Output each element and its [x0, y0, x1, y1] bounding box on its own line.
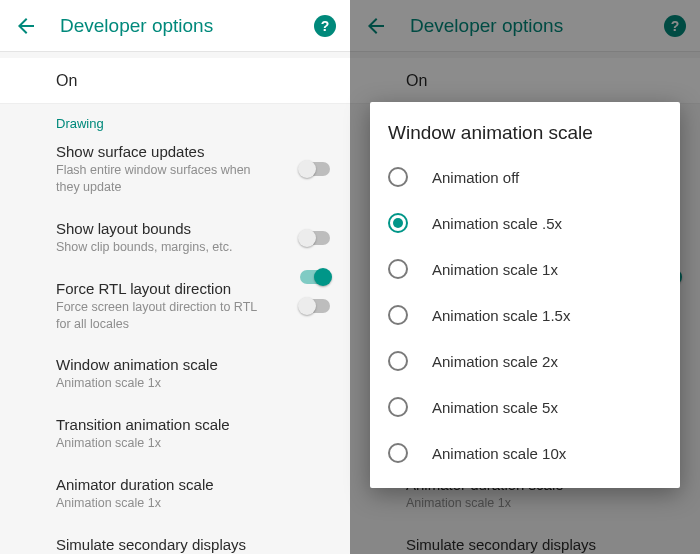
settings-item-subtitle: Show clip bounds, margins, etc.: [56, 239, 332, 256]
radio-option[interactable]: Animation scale 10x: [388, 430, 668, 476]
settings-item-title: Show layout bounds: [56, 220, 332, 237]
settings-item-title: Force RTL layout direction: [56, 280, 332, 297]
settings-screen-left: Developer options ? On Drawing Show surf…: [0, 0, 350, 554]
radio-label: Animation scale 2x: [432, 353, 558, 370]
radio-icon: [388, 305, 408, 325]
master-toggle-row[interactable]: On: [0, 58, 350, 104]
settings-item[interactable]: Window animation scaleAnimation scale 1x: [0, 344, 350, 404]
settings-item[interactable]: Transition animation scaleAnimation scal…: [0, 404, 350, 464]
item-toggle[interactable]: [298, 228, 332, 248]
radio-label: Animation scale 10x: [432, 445, 566, 462]
help-icon[interactable]: ?: [314, 15, 336, 37]
radio-label: Animation scale 5x: [432, 399, 558, 416]
settings-item-title: Show surface updates: [56, 143, 332, 160]
radio-icon: [388, 351, 408, 371]
page-title: Developer options: [60, 15, 314, 37]
radio-icon: [388, 259, 408, 279]
settings-item-title: Simulate secondary displays: [56, 536, 332, 553]
radio-icon: [388, 167, 408, 187]
radio-option[interactable]: Animation scale 5x: [388, 384, 668, 430]
settings-item[interactable]: Show surface updatesFlash entire window …: [0, 131, 350, 208]
settings-item[interactable]: Animator duration scaleAnimation scale 1…: [0, 464, 350, 524]
back-arrow-icon[interactable]: [14, 14, 38, 38]
settings-item[interactable]: Force RTL layout directionForce screen l…: [0, 268, 350, 345]
master-toggle-label: On: [56, 72, 332, 90]
radio-icon: [388, 213, 408, 233]
item-toggle[interactable]: [298, 296, 332, 316]
radio-option[interactable]: Animation scale 2x: [388, 338, 668, 384]
radio-option[interactable]: Animation off: [388, 154, 668, 200]
settings-item-title: Window animation scale: [56, 356, 332, 373]
settings-item-title: Transition animation scale: [56, 416, 332, 433]
radio-label: Animation scale .5x: [432, 215, 562, 232]
item-toggle[interactable]: [298, 159, 332, 179]
radio-label: Animation scale 1x: [432, 261, 558, 278]
radio-icon: [388, 397, 408, 417]
settings-item[interactable]: Simulate secondary displaysNone: [0, 524, 350, 554]
radio-label: Animation off: [432, 169, 519, 186]
animation-scale-dialog: Window animation scale Animation offAnim…: [370, 102, 680, 488]
radio-option[interactable]: Animation scale 1x: [388, 246, 668, 292]
settings-item-subtitle: Force screen layout direction to RTL for…: [56, 299, 332, 333]
settings-item-subtitle: Flash entire window surfaces when they u…: [56, 162, 332, 196]
radio-icon: [388, 443, 408, 463]
app-bar: Developer options ?: [0, 0, 350, 52]
settings-item-subtitle: Animation scale 1x: [56, 495, 332, 512]
radio-label: Animation scale 1.5x: [432, 307, 570, 324]
section-header-drawing: Drawing: [0, 104, 350, 131]
radio-option[interactable]: Animation scale 1.5x: [388, 292, 668, 338]
dialog-title: Window animation scale: [388, 122, 668, 144]
settings-item-subtitle: Animation scale 1x: [56, 435, 332, 452]
settings-item-title: Animator duration scale: [56, 476, 332, 493]
radio-option[interactable]: Animation scale .5x: [388, 200, 668, 246]
settings-item-subtitle: Animation scale 1x: [56, 375, 332, 392]
settings-item[interactable]: Show layout boundsShow clip bounds, marg…: [0, 208, 350, 268]
settings-screen-right: Developer options ? On Drawing Show surf…: [350, 0, 700, 554]
